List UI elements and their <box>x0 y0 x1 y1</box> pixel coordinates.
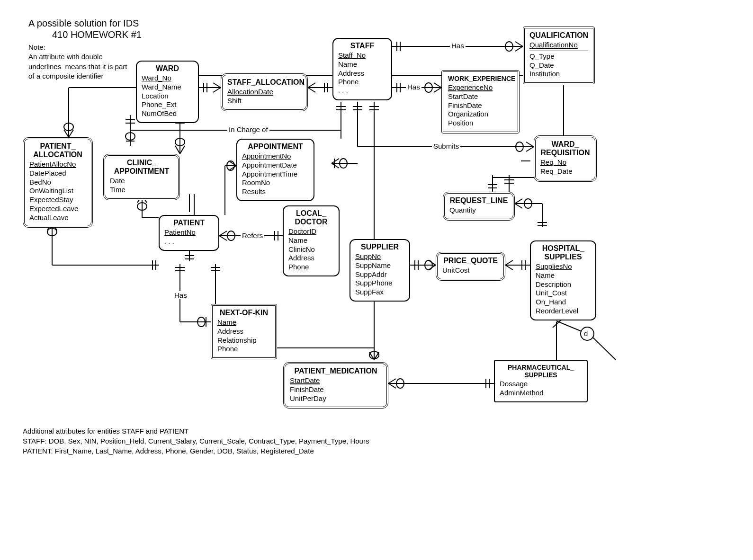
svg-line-96 <box>593 338 616 360</box>
svg-point-52 <box>425 260 432 270</box>
er-diagram-canvas: A possible solution for IDS 410 HOMEWORK… <box>0 0 753 560</box>
label-has-experience: Has <box>406 83 421 91</box>
entity-attrs: Staff_NoNameAddressPhone. . . <box>338 51 386 96</box>
entity-local-doctor: LOCAL_ DOCTOR DoctorIDNameClinicNoAddres… <box>283 205 340 276</box>
entity-ward-requisition: WARD_ REQUISITION Req_NoReq_Date <box>534 135 597 182</box>
entity-attrs: Quantity <box>449 206 508 215</box>
entity-price-quote: PRICE_QUOTE UnitCost <box>436 252 505 281</box>
footer: Additional attributes for entities STAFF… <box>23 426 369 456</box>
entity-name: CLINIC_ APPOINTMENT <box>110 159 173 176</box>
svg-point-34 <box>340 159 347 168</box>
entity-supplier: SUPPLIER SuppNoSuppNameSuppAddrSuppPhone… <box>350 239 410 302</box>
label-d: d <box>584 329 588 338</box>
svg-point-88 <box>369 351 379 359</box>
entity-name: WORK_EXPERIENCE <box>448 75 513 82</box>
entity-name: REQUEST_LINE <box>449 196 508 205</box>
entity-name: HOSPITAL_ SUPPLIES <box>536 244 591 261</box>
entity-name: NEXT-OF-KIN <box>217 309 270 317</box>
label-in-charge-of: In Charge of <box>227 125 269 133</box>
entity-name: STAFF <box>338 42 386 50</box>
entity-name: LOCAL_ DOCTOR <box>288 209 334 226</box>
entity-pharmaceutical-supplies: PHARMACEUTICAL_ SUPPLIES DossageAdminMet… <box>494 360 588 402</box>
entity-attrs: DossageAdminMethod <box>500 380 582 398</box>
entity-attrs: UnitCost <box>442 266 499 275</box>
entity-name: SUPPLIER <box>355 243 404 251</box>
svg-point-66 <box>47 228 57 236</box>
entity-name: APPOINTMENT <box>242 142 309 151</box>
label-has-kin: Has <box>173 291 188 299</box>
entity-attrs: Req_NoReq_Date <box>540 158 590 176</box>
entity-attrs: DoctorIDNameClinicNoAddressPhone <box>288 227 334 272</box>
entity-staff-allocation: STAFF_ALLOCATION AllocationDateShift <box>221 73 308 111</box>
entity-hospital-supplies: HOSPITAL_ SUPPLIES SuppliesNoNameDescrip… <box>530 240 596 320</box>
entity-name: PATIENT_ ALLOCATION <box>29 142 86 159</box>
svg-point-37 <box>516 142 523 151</box>
entity-name: PHARMACEUTICAL_ SUPPLIES <box>500 364 582 379</box>
subtitle: 410 HOMEWORK #1 <box>52 29 142 40</box>
entity-name: PRICE_QUOTE <box>442 257 499 265</box>
title: A possible solution for IDS <box>28 18 139 29</box>
entity-name: WARD_ REQUISITION <box>540 140 590 157</box>
entity-attrs: AppointmentNoAppointmentDateAppointmentT… <box>242 152 309 196</box>
svg-point-64 <box>64 123 73 131</box>
label-submits: Submits <box>432 142 460 150</box>
entity-attrs: QualificationNoQ_TypeQ_DateInstitution <box>529 41 588 79</box>
entity-attrs: SuppliesNoNameDescriptionUnit_CostOn_Han… <box>536 262 591 316</box>
label-has-qualification: Has <box>450 42 466 50</box>
entity-attrs: ExperienceNoStartDateFinishDateOrganizat… <box>448 83 513 128</box>
entity-attrs: SuppNoSuppNameSuppAddrSuppPhoneSuppFax <box>355 252 404 297</box>
entity-attrs: StartDateFinishDateUnitPerDay <box>290 376 382 403</box>
entity-request-line: REQUEST_LINE Quantity <box>443 192 515 221</box>
entity-name: WARD <box>142 64 193 73</box>
entity-name: PATIENT_MEDICATION <box>290 367 382 375</box>
entity-patient-allocation: PATIENT_ ALLOCATION PatientAllocNoDatePl… <box>23 137 93 228</box>
label-refers: Refers <box>241 231 264 240</box>
footer-line1: Additional attributes for entities STAFF… <box>23 426 369 436</box>
entity-staff: STAFF Staff_NoNameAddressPhone. . . <box>332 38 392 100</box>
svg-point-71 <box>137 203 147 210</box>
entity-qualification: QUALIFICATION QualificationNoQ_TypeQ_Dat… <box>523 27 595 84</box>
entity-attrs: AllocationDateShift <box>227 88 301 106</box>
entity-patient-medication: PATIENT_MEDICATION StartDateFinishDateUn… <box>283 362 388 409</box>
note-text: Note: An attribute with double underline… <box>28 43 127 81</box>
svg-point-45 <box>524 199 532 208</box>
svg-point-9 <box>505 42 513 51</box>
svg-point-28 <box>126 133 135 140</box>
footer-line2: STAFF: DOB, Sex, NIN, Position_Held, Cur… <box>23 436 369 446</box>
entity-next-of-kin: NEXT-OF-KIN NameAddressRelationshipPhone <box>211 304 277 359</box>
entity-name: QUALIFICATION <box>529 31 588 40</box>
footer-line3: PATIENT: First_Name, Last_Name, Address,… <box>23 446 369 456</box>
entity-appointment: APPOINTMENT AppointmentNoAppointmentDate… <box>236 139 314 201</box>
svg-point-32 <box>175 138 185 146</box>
entity-attrs: DateTime <box>110 177 173 195</box>
svg-point-90 <box>396 379 404 388</box>
entity-attrs: NameAddressRelationshipPhone <box>217 318 270 354</box>
entity-attrs: Ward_NoWard_NameLocationPhone_ExtNumOfBe… <box>142 74 193 118</box>
svg-point-13 <box>425 83 432 92</box>
svg-point-98 <box>227 161 234 170</box>
svg-line-95 <box>556 321 582 331</box>
entity-name: STAFF_ALLOCATION <box>227 78 301 87</box>
entity-work-experience: WORK_EXPERIENCE ExperienceNoStartDateFin… <box>441 70 520 133</box>
entity-clinic-appointment: CLINIC_ APPOINTMENT DateTime <box>103 154 180 200</box>
entity-attrs: PatientNo. . . <box>164 228 214 246</box>
svg-point-74 <box>227 231 235 240</box>
svg-point-81 <box>197 317 205 327</box>
entity-name: PATIENT <box>164 219 214 227</box>
entity-attrs: PatientAllocNoDatePlacedBedNoOnWaitingLi… <box>29 160 86 222</box>
entity-patient: PATIENT PatientNo. . . <box>159 215 219 251</box>
entity-ward: WARD Ward_NoWard_NameLocationPhone_ExtNu… <box>136 61 199 123</box>
